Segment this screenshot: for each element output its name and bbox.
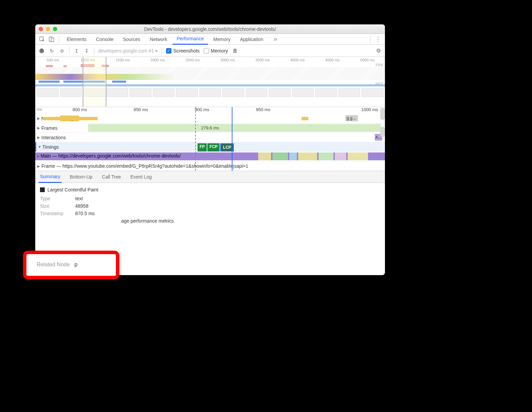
fcp-marker[interactable]: FCP xyxy=(207,143,220,151)
detail-ruler: ms 800 ms 850 ms 900 ms 950 ms 1000 ms xyxy=(35,107,385,114)
flamechart-panel[interactable]: ms 800 ms 850 ms 900 ms 950 ms 1000 ms ▶… xyxy=(35,107,385,171)
svg-rect-2 xyxy=(51,38,54,42)
overview-panel[interactable]: 500 ms 1000 ms 1500 ms 2000 ms 2500 ms 3… xyxy=(35,57,385,107)
memory-label: Memory xyxy=(211,48,228,54)
summary-title: Largest Contentful Paint xyxy=(47,187,98,192)
related-node-value[interactable]: p xyxy=(75,262,78,268)
zoom-button[interactable] xyxy=(53,27,57,31)
dashed-marker xyxy=(195,107,196,171)
frame-bar xyxy=(88,124,381,132)
overview-selection[interactable] xyxy=(83,57,106,107)
window-title: DevTools - developers.google.com/web/too… xyxy=(35,26,385,32)
tab-bottom-up[interactable]: Bottom-Up xyxy=(68,171,94,183)
record-button[interactable] xyxy=(39,48,45,54)
scrollbar[interactable] xyxy=(380,108,385,120)
device-toggle-icon[interactable] xyxy=(47,35,56,43)
tab-call-tree[interactable]: Call Tree xyxy=(101,171,122,183)
save-profile-icon[interactable]: ↧ xyxy=(84,48,90,54)
minimize-button[interactable] xyxy=(46,27,50,31)
session-label: developers.google.com #1 xyxy=(98,48,154,54)
track-frame[interactable]: ▶ Frame — https://www.youtube.com/embed/… xyxy=(35,161,385,171)
color-swatch xyxy=(40,187,45,192)
tab-sources[interactable]: Sources xyxy=(119,34,144,45)
titlebar: DevTools - developers.google.com/web/too… xyxy=(35,24,385,34)
more-tabs-icon[interactable]: » xyxy=(271,35,280,43)
main-panel-tabs: Elements Console Sources Network Perform… xyxy=(35,34,385,45)
expand-icon[interactable]: ▶ xyxy=(37,154,40,158)
network-bar xyxy=(302,117,308,120)
screenshots-label: Screenshots xyxy=(173,48,200,54)
traffic-lights xyxy=(39,27,57,31)
session-select[interactable]: developers.google.com #1 ▾ xyxy=(98,48,158,54)
tab-network[interactable]: Network xyxy=(146,34,171,45)
collapse-icon[interactable]: ▼ xyxy=(38,145,42,149)
chevron-down-icon: ▾ xyxy=(155,48,158,54)
lcp-type: text xyxy=(75,196,83,201)
frame-duration: 279.6 ms xyxy=(201,125,219,130)
tab-performance[interactable]: Performance xyxy=(172,34,208,45)
highlighted-related-node: Related Node p xyxy=(23,251,119,279)
track-main[interactable]: ▶ Main — https://developers.google.com/w… xyxy=(35,152,385,161)
performance-toolbar: ↻ ⊘ ↥ ↧ developers.google.com #1 ▾ ✓ Scr… xyxy=(35,45,385,57)
tab-event-log[interactable]: Event Log xyxy=(129,171,153,183)
network-bar xyxy=(43,117,98,120)
checkbox-off-icon xyxy=(204,48,209,54)
kebab-menu-icon[interactable]: ⋮ xyxy=(374,35,382,43)
tab-elements[interactable]: Elements xyxy=(63,34,90,45)
current-time-marker[interactable] xyxy=(232,107,232,171)
track-timings[interactable]: ▼ Timings FP FCP LCP xyxy=(35,142,385,152)
scrollbar[interactable] xyxy=(380,127,385,137)
inspect-icon[interactable] xyxy=(38,35,46,43)
related-node-label: Related Node xyxy=(37,262,70,268)
tab-memory[interactable]: Memory xyxy=(209,34,235,45)
load-profile-icon[interactable]: ↥ xyxy=(74,48,80,54)
expand-icon[interactable]: ▶ xyxy=(37,126,41,130)
tab-console[interactable]: Console xyxy=(92,34,117,45)
clear-icon[interactable]: ⊘ xyxy=(59,48,65,54)
track-interactions[interactable]: ▶ Interactions A… xyxy=(35,133,385,142)
devtools-window: DevTools - developers.google.com/web/too… xyxy=(35,24,385,275)
garbage-collect-icon[interactable]: 🗑 xyxy=(232,48,238,54)
close-button[interactable] xyxy=(39,27,43,31)
checkbox-on-icon: ✓ xyxy=(166,48,171,54)
lcp-timestamp: 870.5 ms xyxy=(75,211,95,216)
reload-record-icon[interactable]: ↻ xyxy=(49,48,55,54)
expand-icon[interactable]: ▶ xyxy=(37,117,41,120)
screenshots-checkbox[interactable]: ✓ Screenshots xyxy=(166,48,200,54)
lcp-size: 48958 xyxy=(75,203,88,209)
memory-checkbox[interactable]: Memory xyxy=(204,48,228,54)
expand-icon[interactable]: ▶ xyxy=(37,136,41,139)
expand-icon[interactable]: ▶ xyxy=(37,164,41,168)
timing-markers: FP FCP LCP xyxy=(198,143,234,151)
fp-marker[interactable]: FP xyxy=(198,143,207,151)
metrics-text-fragment: age performance metrics. xyxy=(121,218,175,224)
track-frames[interactable]: ▶ Frames 279.6 ms xyxy=(35,123,385,133)
tab-application[interactable]: Application xyxy=(236,34,267,45)
tab-summary[interactable]: Summary xyxy=(39,171,62,183)
main-thread-label: Main — https://developers.google.com/web… xyxy=(41,153,181,159)
network-item-tail[interactable]: g g… xyxy=(345,115,358,121)
summary-panel: Largest Contentful Paint Typetext Size48… xyxy=(35,183,385,230)
details-tabs: Summary Bottom-Up Call Tree Event Log xyxy=(35,171,385,183)
settings-gear-icon[interactable]: ⚙ xyxy=(375,48,382,54)
track-network[interactable]: ▶ Network survey… g g… xyxy=(35,114,385,123)
